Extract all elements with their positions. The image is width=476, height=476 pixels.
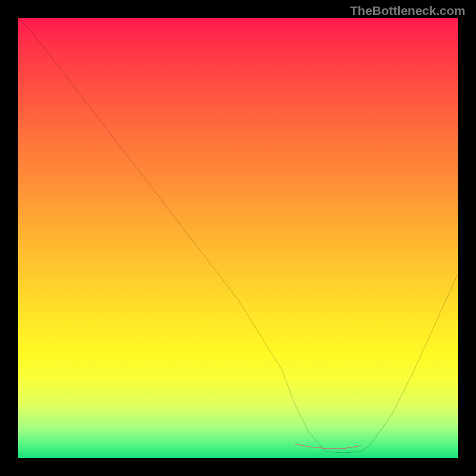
- watermark-text: TheBottleneck.com: [350, 4, 465, 18]
- fit-flat-region: [295, 444, 361, 448]
- plot-area: [18, 18, 458, 458]
- chart-svg: [18, 18, 458, 458]
- bottleneck-curve: [18, 18, 458, 453]
